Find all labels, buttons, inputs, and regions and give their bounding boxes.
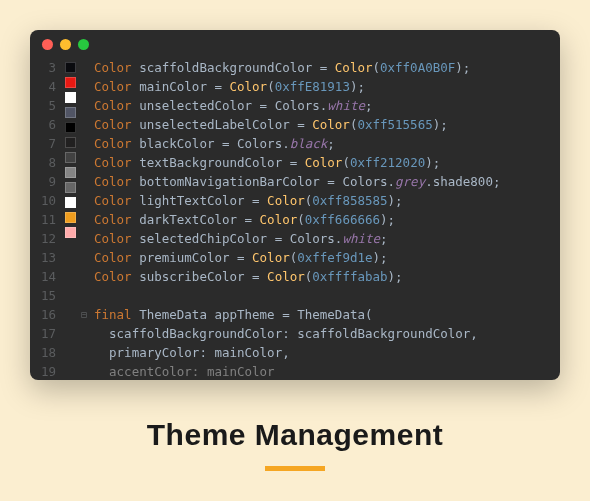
- code-lines: Color scaffoldBackgroundColor = Color(0x…: [90, 58, 560, 380]
- code-line: final ThemeData appTheme = ThemeData(: [94, 305, 560, 324]
- code-line: primaryColor: mainColor,: [94, 343, 560, 362]
- line-number: 6: [30, 115, 56, 134]
- line-number: 12: [30, 229, 56, 248]
- code-line: Color mainColor = Color(0xffE81913);: [94, 77, 560, 96]
- color-swatch: [65, 122, 76, 133]
- code-line: accentColor: mainColor: [94, 362, 560, 380]
- title-underline: [265, 466, 325, 471]
- fold-gutter: ⊟: [78, 58, 90, 380]
- fold-marker: [78, 210, 90, 229]
- color-swatch: [65, 257, 76, 268]
- fold-marker: [78, 267, 90, 286]
- line-number: 19: [30, 362, 56, 380]
- code-line: Color unselectedColor = Colors.white;: [94, 96, 560, 115]
- line-number: 8: [30, 153, 56, 172]
- color-swatch: [65, 212, 76, 223]
- line-number: 9: [30, 172, 56, 191]
- color-swatch: [65, 62, 76, 73]
- color-swatch: [65, 197, 76, 208]
- color-swatch: [65, 167, 76, 178]
- color-swatch: [65, 152, 76, 163]
- line-number: 15: [30, 286, 56, 305]
- fold-marker: [78, 153, 90, 172]
- page-title: Theme Management: [147, 418, 443, 452]
- code-line: Color subscribeColor = Color(0xffffabab)…: [94, 267, 560, 286]
- color-swatch: [65, 287, 76, 298]
- close-icon[interactable]: [42, 39, 53, 50]
- code-line: Color unselectedLabelColor = Color(0xff5…: [94, 115, 560, 134]
- maximize-icon[interactable]: [78, 39, 89, 50]
- fold-marker: [78, 286, 90, 305]
- fold-marker: [78, 343, 90, 362]
- line-number: 13: [30, 248, 56, 267]
- fold-marker: [78, 77, 90, 96]
- fold-marker: [78, 324, 90, 343]
- fold-marker: [78, 362, 90, 380]
- line-number: 17: [30, 324, 56, 343]
- color-swatch: [65, 92, 76, 103]
- window-titlebar: [30, 30, 560, 58]
- color-swatch: [65, 107, 76, 118]
- color-swatch: [65, 182, 76, 193]
- code-line: Color textBackgroundColor = Color(0xff21…: [94, 153, 560, 172]
- line-number: 18: [30, 343, 56, 362]
- color-swatch: [65, 227, 76, 238]
- color-swatch: [65, 302, 76, 313]
- color-swatch: [65, 77, 76, 88]
- line-number-gutter: 345678910111213141516171819: [30, 58, 62, 380]
- line-number: 14: [30, 267, 56, 286]
- fold-marker: [78, 248, 90, 267]
- fold-marker: [78, 134, 90, 153]
- code-line: Color blackColor = Colors.black;: [94, 134, 560, 153]
- color-swatch-gutter: [62, 58, 78, 380]
- fold-marker: [78, 191, 90, 210]
- color-swatch: [65, 242, 76, 253]
- code-line: scaffoldBackgroundColor: scaffoldBackgro…: [94, 324, 560, 343]
- line-number: 7: [30, 134, 56, 153]
- fold-marker: [78, 229, 90, 248]
- code-line: Color bottomNavigationBarColor = Colors.…: [94, 172, 560, 191]
- fold-marker: [78, 96, 90, 115]
- code-editor-window: 345678910111213141516171819 ⊟ Color scaf…: [30, 30, 560, 380]
- code-area: 345678910111213141516171819 ⊟ Color scaf…: [30, 58, 560, 380]
- code-line: Color lightTextColor = Color(0xff858585)…: [94, 191, 560, 210]
- line-number: 3: [30, 58, 56, 77]
- fold-marker: [78, 115, 90, 134]
- fold-marker: ⊟: [78, 305, 90, 324]
- color-swatch: [65, 137, 76, 148]
- line-number: 11: [30, 210, 56, 229]
- code-line: [94, 286, 560, 305]
- line-number: 4: [30, 77, 56, 96]
- color-swatch: [65, 272, 76, 283]
- fold-marker: [78, 58, 90, 77]
- minimize-icon[interactable]: [60, 39, 71, 50]
- code-line: Color darkTextColor = Color(0xff666666);: [94, 210, 560, 229]
- fold-marker: [78, 172, 90, 191]
- line-number: 16: [30, 305, 56, 324]
- code-line: Color selectedChipColor = Colors.white;: [94, 229, 560, 248]
- code-line: Color scaffoldBackgroundColor = Color(0x…: [94, 58, 560, 77]
- line-number: 5: [30, 96, 56, 115]
- line-number: 10: [30, 191, 56, 210]
- code-line: Color premiumColor = Color(0xffef9d1e);: [94, 248, 560, 267]
